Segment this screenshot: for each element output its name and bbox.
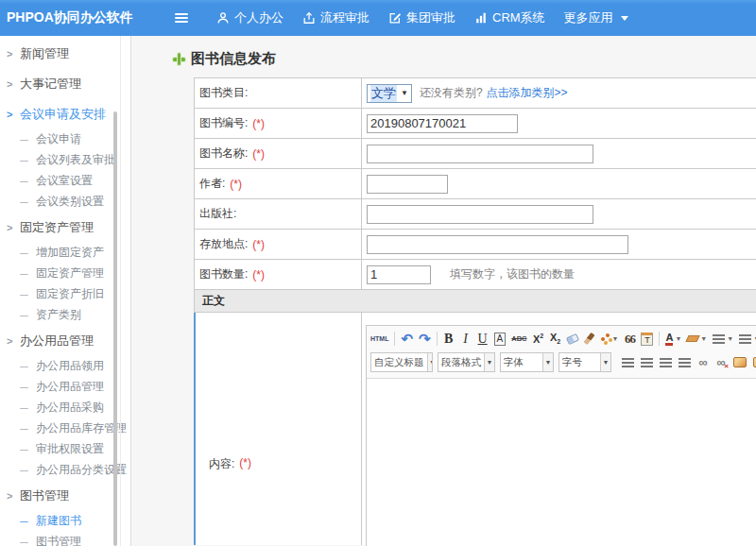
book-number-input[interactable] xyxy=(367,114,518,133)
strikethrough-icon[interactable]: ABC xyxy=(511,331,526,347)
form-row-content: 内容:(*)HTML↶↷BIUAABCX2X2▼66TA▼▼▼▼自定义标题▼段落… xyxy=(194,313,756,545)
font-box-icon[interactable]: A xyxy=(494,331,507,347)
sidebar-item-label: 办公用品采购 xyxy=(36,400,104,416)
form-value-storage-location xyxy=(362,230,756,259)
subscript-icon[interactable]: X2 xyxy=(550,331,561,347)
editor-content-area[interactable] xyxy=(367,379,756,546)
dropdown-label: 自定义标题 xyxy=(374,356,424,369)
blockquote-icon[interactable]: 66 xyxy=(624,331,635,347)
underline-icon[interactable]: U xyxy=(477,331,489,347)
form-row-book-name: 图书名称:(*) xyxy=(194,139,756,169)
sidebar-item-会议类别设置[interactable]: —会议类别设置 xyxy=(0,191,130,212)
nav-item-流程审批[interactable]: 流程审批 xyxy=(302,9,369,26)
bold-icon[interactable]: B xyxy=(443,331,455,347)
sidebar-section-label: 办公用品管理 xyxy=(20,333,94,350)
unlink-icon[interactable]: ∞ xyxy=(715,354,727,370)
dash-icon: — xyxy=(20,247,28,258)
undo-icon[interactable]: ↶ xyxy=(401,331,413,347)
category-select[interactable]: 文学▼ xyxy=(367,84,412,103)
eraser-icon[interactable] xyxy=(567,331,578,347)
superscript-icon[interactable]: X2 xyxy=(533,331,544,347)
sidebar-item-新建图书[interactable]: —新建图书 xyxy=(0,510,130,531)
sidebar-section-办公用品管理[interactable]: >办公用品管理 xyxy=(0,327,130,355)
align-center-icon[interactable] xyxy=(641,354,653,370)
sidebar-item-资产类别[interactable]: —资产类别 xyxy=(0,304,130,325)
ordered-list-icon[interactable]: ▼ xyxy=(713,331,733,347)
nav-item-label: 个人办公 xyxy=(234,9,284,26)
top-header: PHPOA协同办公软件 个人办公流程审批集团审批CRM系统更多应用 xyxy=(0,0,756,36)
sidebar-scrollbar[interactable] xyxy=(113,111,117,546)
html-source-icon[interactable]: HTML xyxy=(370,331,388,347)
sidebar-item-办公用品领用[interactable]: —办公用品领用 xyxy=(0,355,130,376)
chevron-right-icon: > xyxy=(7,490,20,502)
publisher-input[interactable] xyxy=(367,205,593,224)
form-label-book-category: 图书类目: xyxy=(195,78,362,108)
sidebar-item-label: 会议类别设置 xyxy=(36,194,104,210)
redo-icon[interactable]: ↷ xyxy=(419,331,431,347)
sidebar-section-图书管理[interactable]: >图书管理 xyxy=(0,482,130,510)
dash-icon: — xyxy=(20,175,28,186)
sidebar-item-会议列表及审批[interactable]: —会议列表及审批 xyxy=(0,149,130,170)
sidebar-item-label: 办公用品管理 xyxy=(36,379,104,395)
unordered-list-icon[interactable]: ▼ xyxy=(739,331,756,347)
author-input[interactable] xyxy=(367,175,448,194)
sidebar-section-大事记管理[interactable]: >大事记管理 xyxy=(0,70,130,98)
sidebar-item-会议室设置[interactable]: —会议室设置 xyxy=(0,170,130,191)
sidebar-item-办公用品管理[interactable]: —办公用品管理 xyxy=(0,376,130,397)
editor-dropdown-字号[interactable]: 字号▼ xyxy=(558,352,611,372)
align-left-icon[interactable] xyxy=(622,354,634,370)
editor-dropdown-段落格式[interactable]: 段落格式▼ xyxy=(438,352,495,372)
format-paint-icon[interactable]: ▼ xyxy=(601,331,619,347)
storage-location-input[interactable] xyxy=(367,235,628,254)
user-icon xyxy=(216,11,230,25)
book-quantity-input[interactable] xyxy=(367,265,431,284)
link-icon[interactable]: ∞ xyxy=(697,354,709,370)
align-justify-icon[interactable] xyxy=(679,354,691,370)
book-quantity-hint: 填写数字，该图书的数量 xyxy=(450,266,575,282)
sidebar-item-办公用品采购[interactable]: —办公用品采购 xyxy=(0,397,130,418)
sidebar-item-固定资产折旧[interactable]: —固定资产折旧 xyxy=(0,283,130,304)
add-category-link[interactable]: 点击添加类别>> xyxy=(487,85,568,101)
form-label-content: 内容:(*) xyxy=(196,313,362,545)
align-right-icon[interactable] xyxy=(660,354,672,370)
font-color-icon[interactable]: A▼ xyxy=(665,331,681,347)
book-name-input[interactable] xyxy=(367,145,593,163)
form-label-book-quantity: 图书数量:(*) xyxy=(195,260,362,289)
required-mark: (*) xyxy=(230,178,242,191)
sidebar-item-图书管理[interactable]: —图书管理 xyxy=(0,531,130,546)
dash-icon: — xyxy=(20,381,28,392)
dash-icon: — xyxy=(20,133,28,145)
nav-item-更多应用[interactable]: 更多应用 xyxy=(564,9,628,26)
sidebar-item-label: 办公用品领用 xyxy=(36,358,104,374)
sidebar-item-办公用品库存管理[interactable]: —办公用品库存管理 xyxy=(0,418,130,438)
form-row-book-quantity: 图书数量:(*)填写数字，该图书的数量 xyxy=(194,260,756,290)
nav-item-集团审批[interactable]: 集团审批 xyxy=(388,9,455,26)
sidebar-item-会议申请[interactable]: —会议申请 xyxy=(0,128,130,149)
sidebar-section-新闻管理[interactable]: >新闻管理 xyxy=(0,40,130,68)
sidebar-item-固定资产管理[interactable]: —固定资产管理 xyxy=(0,263,130,283)
sidebar-section-会议申请及安排[interactable]: >会议申请及安排 xyxy=(0,100,130,128)
highlight-icon[interactable]: ▼ xyxy=(687,331,707,347)
top-nav: 个人办公流程审批集团审批CRM系统更多应用 xyxy=(216,9,628,26)
editor-dropdown-字体[interactable]: 字体▼ xyxy=(500,352,554,372)
sidebar-item-办公用品分类设置[interactable]: —办公用品分类设置 xyxy=(0,459,130,480)
form-value-book-category: 文学▼还没有类别?点击添加类别>> xyxy=(362,78,756,108)
page-title-text: 图书信息发布 xyxy=(191,50,276,68)
image-icon[interactable] xyxy=(733,354,747,370)
hamburger-icon[interactable] xyxy=(175,13,188,23)
brush-icon[interactable] xyxy=(584,331,595,347)
sidebar-item-审批权限设置[interactable]: —审批权限设置 xyxy=(0,438,130,459)
sidebar-item-label: 会议室设置 xyxy=(36,173,93,189)
form-value-publisher xyxy=(362,199,756,229)
paste-icon[interactable]: T xyxy=(641,331,653,347)
add-icon xyxy=(173,53,185,65)
sidebar-item-增加固定资产[interactable]: —增加固定资产 xyxy=(0,242,130,263)
nav-item-CRM系统[interactable]: CRM系统 xyxy=(474,9,545,26)
caret-down-icon: ▼ xyxy=(542,353,553,371)
italic-icon[interactable]: I xyxy=(460,331,472,347)
dash-icon: — xyxy=(20,401,28,413)
nav-item-个人办公[interactable]: 个人办公 xyxy=(216,9,284,26)
dash-icon: — xyxy=(20,267,28,279)
sidebar-section-固定资产管理[interactable]: >固定资产管理 xyxy=(0,213,130,242)
editor-dropdown-自定义标题[interactable]: 自定义标题▼ xyxy=(370,352,433,372)
